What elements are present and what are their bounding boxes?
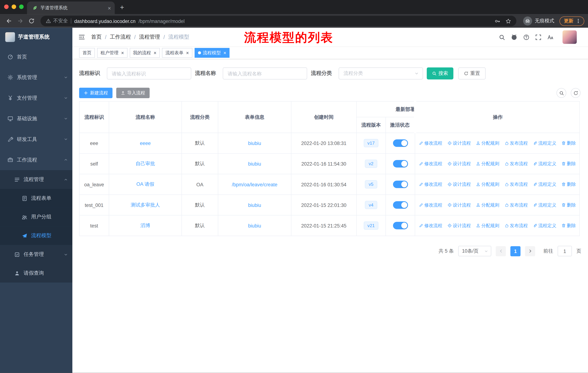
row-action-edit[interactable]: 修改流程 [419,202,442,208]
row-action-delete[interactable]: 删除 [561,140,576,146]
row-action-delete[interactable]: 删除 [561,222,576,229]
page-tab-my-process[interactable]: 我的流程× [130,48,160,58]
version-badge[interactable]: v4 [365,201,377,209]
font-size-icon[interactable] [547,34,554,40]
process-name-input[interactable] [223,67,307,80]
row-action-edit[interactable]: 修改流程 [419,222,442,229]
row-action-delete[interactable]: 删除 [561,161,576,167]
row-action-edit[interactable]: 修改流程 [419,181,442,188]
window-close-button[interactable] [4,5,9,9]
process-name-link[interactable]: eeee [140,140,151,146]
next-page-button[interactable] [525,246,535,256]
prev-page-button[interactable] [496,246,506,256]
row-action-design[interactable]: 设计流程 [447,161,471,167]
back-button[interactable] [4,16,14,26]
version-badge[interactable]: v21 [364,222,378,230]
row-action-edit[interactable]: 修改流程 [419,140,442,146]
row-action-design[interactable]: 设计流程 [447,222,471,229]
tab-close-icon[interactable]: × [108,5,111,11]
form-info-link[interactable]: biubiu [248,161,261,167]
row-action-assign-rule[interactable]: 分配规则 [476,222,499,229]
row-action-definition[interactable]: 流程定义 [533,202,556,208]
active-toggle[interactable] [393,139,408,147]
forward-button[interactable] [15,16,26,26]
url-bar[interactable]: 不安全 dashboard.yudao.iocoder.cn/bpm/manag… [41,16,516,26]
breadcrumb-item[interactable]: 流程管理 [139,34,160,40]
form-info-link[interactable]: biubiu [248,202,261,208]
row-action-publish[interactable]: 发布流程 [504,161,528,167]
row-action-publish[interactable]: 发布流程 [504,181,528,188]
browser-menu-icon[interactable] [576,18,581,24]
sidebar-item-process-management[interactable]: 流程管理 [0,170,72,189]
row-action-definition[interactable]: 流程定义 [533,181,556,188]
site-security[interactable]: 不安全 [46,18,68,24]
bookmark-star-icon[interactable] [505,18,511,24]
process-id-input[interactable] [107,67,191,80]
page-size-select[interactable]: 10条/页 [458,246,491,256]
row-action-design[interactable]: 设计流程 [447,140,471,146]
active-toggle[interactable] [393,181,408,188]
form-info-link[interactable]: /bpm/oa/leave/create [232,181,277,187]
row-action-publish[interactable]: 发布流程 [504,202,528,208]
new-tab-button[interactable]: + [120,3,124,12]
password-manager-icon[interactable] [495,18,500,24]
tab-close-icon[interactable]: × [186,50,189,55]
header-search-icon[interactable] [499,34,505,40]
process-category-select[interactable]: 流程分类 [339,67,423,80]
row-action-delete[interactable]: 删除 [561,181,576,188]
sidebar-item-infrastructure[interactable]: 基础设施 [0,108,72,129]
sidebar-item-payment[interactable]: 支付管理 [0,88,72,108]
row-action-assign-rule[interactable]: 分配规则 [476,140,499,146]
goto-page-input[interactable] [557,246,572,256]
row-action-publish[interactable]: 发布流程 [504,140,528,146]
refresh-table-button[interactable] [571,88,580,98]
page-tab-process-form[interactable]: 流程表单× [162,48,192,58]
create-process-button[interactable]: 新建流程 [79,88,113,98]
app-logo[interactable]: 芋道管理系统 [0,28,72,46]
active-toggle[interactable] [393,222,408,229]
active-toggle[interactable] [393,201,408,209]
row-action-design[interactable]: 设计流程 [447,202,471,208]
sidebar-item-home[interactable]: 首页 [0,46,72,67]
active-toggle[interactable] [393,160,408,168]
form-info-link[interactable]: biubiu [248,140,261,146]
window-minimize-button[interactable] [12,5,16,9]
sidebar-item-leave-query[interactable]: 请假查询 [0,264,72,282]
row-action-design[interactable]: 设计流程 [447,181,471,188]
github-icon[interactable] [511,34,517,40]
sidebar-item-workflow[interactable]: 工作流程 [0,150,72,170]
toggle-search-button[interactable] [556,88,566,98]
form-info-link[interactable]: biubiu [248,223,261,228]
reset-button[interactable]: 重置 [458,67,486,80]
row-action-delete[interactable]: 删除 [561,202,576,208]
sidebar-item-task-management[interactable]: 任务管理 [0,245,72,264]
version-badge[interactable]: v2 [365,160,377,168]
update-button[interactable]: 更新 [560,16,584,26]
process-name-link[interactable]: 自己审批 [136,161,155,166]
row-action-definition[interactable]: 流程定义 [533,161,556,167]
import-process-button[interactable]: 导入流程 [116,88,150,98]
fullscreen-icon[interactable] [535,34,542,40]
page-tab-home[interactable]: 首页 [79,48,95,58]
user-avatar[interactable] [562,30,577,44]
tab-close-icon[interactable]: × [223,50,226,55]
process-name-link[interactable]: OA 请假 [136,181,154,187]
process-name-link[interactable]: 测试多审批人 [131,202,160,208]
browser-tab[interactable]: 芋道管理系统 × [27,1,115,14]
page-tab-tenant-management[interactable]: 租户管理× [97,48,127,58]
search-button[interactable]: 搜索 [427,67,453,80]
page-number-button[interactable]: 1 [510,246,521,256]
breadcrumb-item[interactable]: 首页 [91,34,102,40]
sidebar-item-user-group[interactable]: 用户分组 [0,208,72,226]
row-action-definition[interactable]: 流程定义 [533,140,556,146]
process-name-link[interactable]: 滔博 [140,222,150,228]
row-action-assign-rule[interactable]: 分配规则 [476,202,499,208]
page-tab-process-model[interactable]: 流程模型× [194,48,230,58]
row-action-assign-rule[interactable]: 分配规则 [476,181,499,188]
version-badge[interactable]: v17 [364,139,378,147]
row-action-publish[interactable]: 发布流程 [504,222,528,229]
row-action-edit[interactable]: 修改流程 [419,161,442,167]
tab-close-icon[interactable]: × [121,50,124,55]
sidebar-collapse-button[interactable] [78,34,85,40]
window-zoom-button[interactable] [19,5,24,9]
